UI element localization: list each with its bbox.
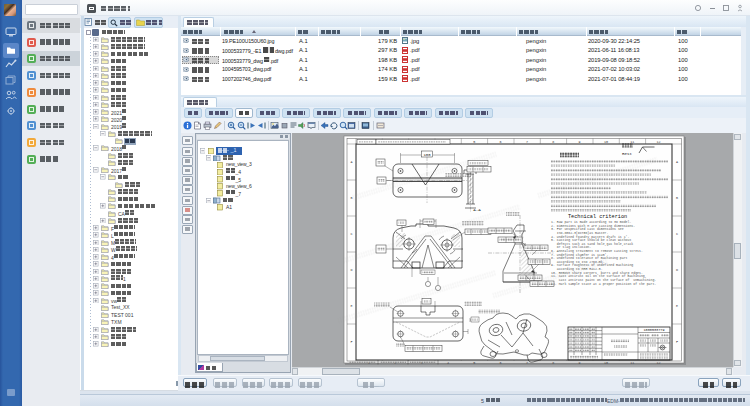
svg-text:100: 100 [423, 153, 431, 157]
svg-text:12. Mark sample state at a pro: 12. Mark sample state at a proper positi… [551, 282, 656, 286]
svg-text:1000533779: 1000533779 [643, 328, 664, 332]
svg-text:Technical criterion: Technical criterion [568, 214, 627, 220]
svg-text:Rest: Rest [622, 152, 633, 156]
svg-text:A-A: A-A [473, 208, 481, 212]
